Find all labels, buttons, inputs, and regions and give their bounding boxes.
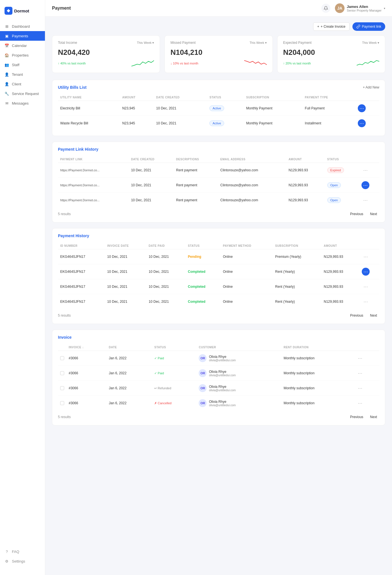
ph-method: Online <box>221 249 273 264</box>
inv-actions[interactable]: ⋯ <box>354 351 379 366</box>
create-invoice-button[interactable]: + + Create Invoice <box>313 22 350 31</box>
inv-more-button[interactable]: ⋯ <box>356 354 364 362</box>
ph-more-button[interactable]: ⋯ <box>362 268 370 276</box>
pl-link: https://Payment.Dormot.co... <box>58 178 129 193</box>
inv-actions[interactable]: ⋯ <box>354 366 379 381</box>
invoice-prev-button[interactable]: Previous <box>348 414 366 420</box>
th-description: Descriptions <box>174 156 218 163</box>
sidebar-item-dashboard[interactable]: ⊞ Dashboard <box>0 21 45 31</box>
pl-amount: N129,993.93 <box>286 178 325 193</box>
payment-history-section: Payment History ID Number Invoice Date D… <box>52 228 385 324</box>
sidebar-item-settings[interactable]: ⚙ Settings <box>0 556 45 566</box>
pl-actions[interactable]: ⋯ <box>359 163 379 178</box>
row-checkbox[interactable] <box>60 371 64 375</box>
row-checkbox[interactable] <box>60 386 64 390</box>
payments-icon: ▣ <box>5 34 9 38</box>
customer-avatar: OR <box>199 384 207 392</box>
client-icon: 👤 <box>5 82 9 86</box>
utility-status: Active <box>207 116 244 131</box>
customer-avatar: OR <box>199 399 207 407</box>
ph-actions[interactable]: ⋯ <box>359 279 379 294</box>
inv-check[interactable] <box>58 351 66 366</box>
total-income-change: ↑ 40% vs last month <box>58 62 86 65</box>
utility-actions[interactable]: ⋯ <box>356 101 379 116</box>
pl-actions[interactable]: ⋯ <box>359 178 379 193</box>
main-content: Payment JA James Allen Senior Property M… <box>45 0 392 575</box>
payment-history-prev-button[interactable]: Previous <box>348 312 366 319</box>
utility-subscription: Monthly Payment <box>244 101 303 116</box>
pl-more-button[interactable]: ⋯ <box>361 166 369 174</box>
customer-email: olivia@untitledui.com <box>209 389 236 392</box>
sidebar-item-label-service: Service Request <box>12 92 39 96</box>
missed-payment-period[interactable]: This Week ▾ <box>250 41 267 45</box>
payment-link-prev-button[interactable]: Previous <box>348 211 366 217</box>
inv-more-button[interactable]: ⋯ <box>356 384 364 392</box>
inv-actions[interactable]: ⋯ <box>354 396 379 411</box>
inv-date: Jan 6, 2022 <box>107 396 152 411</box>
header-right: JA James Allen Senior Property Manager ▾ <box>321 3 385 13</box>
utility-more-button[interactable]: ⋯ <box>358 104 366 112</box>
utility-actions[interactable]: ⋯ <box>356 116 379 131</box>
add-new-utility-button[interactable]: + Add New <box>363 85 379 89</box>
ph-id: EKG464SJFN17 <box>58 294 105 309</box>
inv-more-button[interactable]: ⋯ <box>356 369 364 377</box>
missed-payment-amount: N104,210 <box>170 48 267 57</box>
inv-status: ✗ Cancelled <box>152 396 196 411</box>
ph-actions[interactable]: ⋯ <box>359 249 379 264</box>
ph-more-button[interactable]: ⋯ <box>362 298 370 306</box>
pl-actions[interactable]: ⋯ <box>359 193 379 208</box>
notification-button[interactable] <box>321 4 330 13</box>
inv-check[interactable] <box>58 366 66 381</box>
sidebar-item-tenant[interactable]: 👤 Tenant <box>0 70 45 79</box>
th-method: Payment Method <box>221 243 273 249</box>
payment-history-next-button[interactable]: Next <box>368 312 379 319</box>
sidebar-item-calendar[interactable]: 📅 Calendar <box>0 41 45 50</box>
inv-number: #3066 <box>66 396 107 411</box>
sidebar-item-messages[interactable]: ✉ Messages <box>0 98 45 108</box>
inv-number: #3066 <box>66 381 107 396</box>
summary-cards: Total Income This Week ▾ N204,420 ↑ 40% … <box>52 35 385 73</box>
sidebar-item-staff[interactable]: 👥 Staff <box>0 60 45 70</box>
ph-subscription: Rent (Yearly) <box>273 264 322 279</box>
user-details: James Allen Senior Property Manager <box>347 5 382 12</box>
ph-actions[interactable]: ⋯ <box>359 294 379 309</box>
service-icon: 🔧 <box>5 91 9 96</box>
th-status2: Status <box>325 156 359 163</box>
ph-actions[interactable]: ⋯ <box>359 264 379 279</box>
total-income-title: Total Income <box>58 41 77 45</box>
ph-more-button[interactable]: ⋯ <box>362 253 370 261</box>
customer-name: Olivia Rhye <box>209 370 236 374</box>
payment-link-next-button[interactable]: Next <box>368 211 379 217</box>
ph-id: EKG464SJFN17 <box>58 279 105 294</box>
arrow-up-icon2: ↑ <box>283 62 285 65</box>
invoice-row: #3066 Jan 6, 2022 ✗ Cancelled OR Olivia … <box>58 396 379 411</box>
sidebar-item-service-request[interactable]: 🔧 Service Request <box>0 89 45 98</box>
period-chevron-icon3: ▾ <box>378 41 379 45</box>
sidebar-item-client[interactable]: 👤 Client <box>0 79 45 89</box>
utility-more-button[interactable]: ⋯ <box>358 119 366 127</box>
avatar: JA <box>335 3 345 13</box>
row-checkbox[interactable] <box>60 356 64 360</box>
total-income-period[interactable]: This Week ▾ <box>137 41 154 45</box>
invoice-next-button[interactable]: Next <box>368 414 379 420</box>
ph-more-button[interactable]: ⋯ <box>362 283 370 291</box>
user-profile[interactable]: JA James Allen Senior Property Manager ▾ <box>335 3 385 13</box>
pl-more-button[interactable]: ⋯ <box>361 196 369 204</box>
th-invoice-num: Invoice ↓ <box>66 344 107 351</box>
sidebar-item-faq[interactable]: ? FAQ <box>0 547 45 556</box>
th-amount3: Amount <box>321 243 359 249</box>
payment-link-button[interactable]: Payment link <box>352 22 385 31</box>
inv-check[interactable] <box>58 396 66 411</box>
inv-more-button[interactable]: ⋯ <box>356 399 364 407</box>
expected-payment-period[interactable]: This Week ▾ <box>362 41 379 45</box>
row-checkbox[interactable] <box>60 401 64 405</box>
inv-actions[interactable]: ⋯ <box>354 381 379 396</box>
inv-check[interactable] <box>58 381 66 396</box>
th-date-paid: Date Paid <box>146 243 186 249</box>
invoice-section: Invoice Invoice ↓ Date Status Customer R… <box>52 330 385 425</box>
payment-history-title: Payment History <box>58 234 89 238</box>
pl-more-button[interactable]: ⋯ <box>361 181 369 189</box>
arrow-up-icon: ↑ <box>58 62 60 65</box>
sidebar-item-properties[interactable]: 🏠 Properties <box>0 50 45 60</box>
sidebar-item-payments[interactable]: ▣ Payments <box>0 31 45 41</box>
